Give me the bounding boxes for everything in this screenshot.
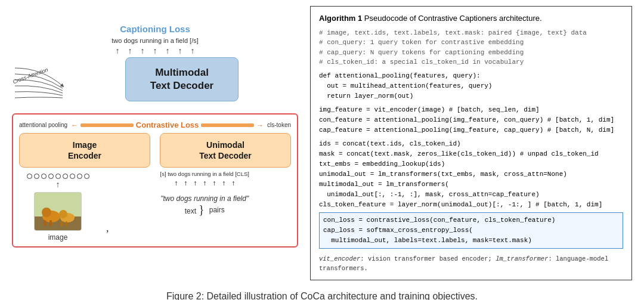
unimodal-up-arrows: ↑↑ ↑↑ ↑↑ ↑ [174,179,235,188]
image-encoder-line1: Image [73,140,97,150]
captioning-loss-label: Captioning Loss [12,24,298,34]
bottom-arrows-row: ↑ [19,171,291,242]
image-encoder-bottom: ↑ [19,171,97,242]
up-arrow-4: ↑ [153,47,157,56]
cls-token-label: cls-token [267,122,291,128]
up-arrow-1: ↑ [116,47,120,56]
image-label: image [48,233,68,242]
comma-separator: , [106,222,109,234]
red-bordered-section: attentional pooling ← Contrastive Loss →… [12,113,298,248]
algo-feature-block: img_feature = vit_encoder(image) # [batc… [319,105,623,135]
svg-point-7 [59,210,67,218]
algo-comment-1: # image, text.ids, text.labels, text.mas… [319,28,623,38]
svg-point-3 [42,208,51,217]
right-algorithm: Algorithm 1 Pseudocode of Contrastive Ca… [310,6,632,284]
contrastive-loss-bar-right [201,123,254,127]
upward-arrows-top: ↑ ↑ ↑ ↑ ↑ ↑ ↑ [12,47,298,56]
up-arrow-7: ↑ [191,47,195,56]
image-encoder-circles [27,174,89,179]
figure-caption: Figure 2: Detailed illustration of CoCa … [166,291,478,300]
up-arrow-5: ↑ [166,47,170,56]
algo-footer-text: vit_encoder [319,255,360,262]
dog-illustration [35,193,82,231]
contrastive-loss-row: attentional pooling ← Contrastive Loss →… [19,120,291,129]
algo-title: Algorithm 1 Pseudocode of Contrastive Ca… [319,13,623,24]
pairs-label: pairs [209,206,225,214]
attentional-pooling-label: attentional pooling [19,122,67,128]
token-sequence-top: two dogs running in a field [/s] [12,37,298,44]
svg-rect-8 [61,221,63,227]
caption-text: "two dogs running in a field" [160,194,249,203]
svg-rect-9 [66,221,67,227]
algo-def-block: def attentional_pooling(features, query)… [319,71,623,101]
algo-footer-desc: : vision transformer based encoder; [360,255,496,262]
up-arrow-3: ↑ [141,47,145,56]
text-label: text [185,207,196,215]
svg-rect-5 [49,220,52,226]
algo-title-normal: Pseudocode of Contrastive Captioners arc… [362,14,541,23]
token-row-bottom: [s] two dogs running in a field [CLS] [160,171,249,177]
contrastive-loss-bar-left [80,123,134,127]
algo-footer: vit_encoder: vision transformer based en… [319,255,623,274]
brace-right: } [199,203,205,217]
contrastive-loss-label: Contrastive Loss [136,120,199,129]
unimodal-line1: Unimodal [206,140,244,150]
multimodal-line2: Text Decoder [150,80,213,91]
algorithm-box: Algorithm 1 Pseudocode of Contrastive Ca… [310,6,632,280]
svg-rect-4 [44,220,46,226]
unimodal-decoder-box: Unimodal Text Decoder [160,133,291,168]
algo-loss-highlight: con_loss = contrastive_loss(con_feature,… [319,212,623,249]
dog-photo [34,192,82,231]
image-encoder-line2: Encoder [68,151,101,160]
algo-title-bold: Algorithm 1 [319,14,362,23]
multimodal-decoder-box: Multimodal Text Decoder [125,57,239,101]
unimodal-line2: Text Decoder [199,151,252,160]
encoders-row: Image Encoder Unimodal Text Decoder [19,133,291,168]
algo-comment-3: # cap_query: N query tokens for captioni… [319,48,623,58]
unimodal-decoder-bottom: [s] two dogs running in a field [CLS] ↑↑… [119,171,292,242]
multimodal-line1: Multimodal [155,67,209,78]
algo-comment-2: # con_query: 1 query token for contrasti… [319,38,623,48]
algo-loss-code: con_loss = contrastive_loss(con_feature,… [323,215,619,246]
algo-ids-block: ids = concat(text.ids, cls_token_id) mas… [319,139,623,210]
algo-footer-lm: lm_transformer [496,255,548,262]
image-encoder-box: Image Encoder [19,133,150,168]
algo-comment-4: # cls_token_id: a special cls_token_id i… [319,57,623,67]
left-diagram: Captioning Loss two dogs running in a fi… [12,6,298,284]
up-arrow-2: ↑ [128,47,132,56]
up-arrow-6: ↑ [178,47,182,56]
image-up-arrow: ↑ [56,180,60,190]
